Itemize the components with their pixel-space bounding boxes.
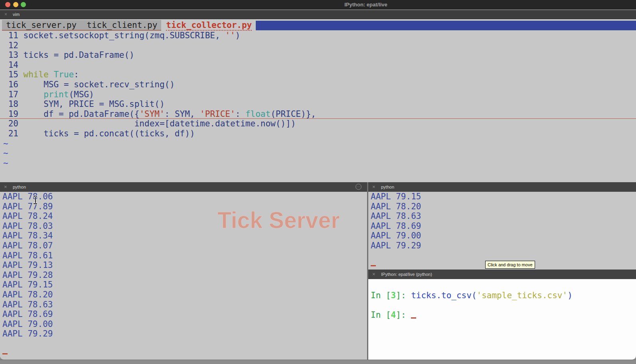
terminal-cursor [2, 353, 8, 354]
code-segment [24, 90, 44, 99]
right-top-pane-header[interactable]: × python [368, 182, 636, 192]
close-icon[interactable]: × [4, 12, 7, 17]
code-segment: 18 [3, 99, 24, 109]
tick-line: AAPL 79.00 [0, 319, 367, 329]
tick-line: AAPL 79.29 [0, 329, 367, 339]
ipython-pane-header[interactable]: × IPython: epat/live (python) [368, 270, 636, 279]
left-pane-header[interactable]: × python ··· [0, 182, 367, 192]
code-segment: ]: [396, 291, 411, 300]
vim-code-area[interactable]: 11 socket.setsockopt_string(zmq.SUBSCRIB… [0, 31, 636, 168]
tick-line: AAPL 78.20 [368, 202, 636, 212]
code-segment: ) [235, 31, 241, 40]
close-icon[interactable]: × [372, 271, 375, 277]
code-segment: 11 [3, 31, 24, 40]
tick-line: AAPL 78.20 [0, 290, 367, 300]
code-segment: 'SYM' [139, 109, 164, 119]
empty-line-tilde: ~ [0, 148, 636, 158]
drag-tooltip: Click and drag to move [485, 261, 535, 269]
code-segment: ticks = pd.DataFrame() [24, 50, 134, 60]
blank-line [0, 339, 367, 349]
ipython-console-pane[interactable]: In [3]: ticks.to_csv('sample_ticks.csv')… [368, 279, 636, 360]
close-icon[interactable]: × [4, 184, 7, 190]
code-segment [49, 70, 54, 79]
code-line: 21 ticks = pd.concat((ticks, df)) [0, 129, 636, 139]
code-line: 14 [0, 60, 636, 70]
ipython-line: In [3]: ticks.to_csv('sample_ticks.csv') [368, 291, 636, 301]
code-segment: 13 [3, 50, 24, 60]
code-segment: In [ [371, 291, 391, 300]
ipython-line [368, 281, 636, 291]
code-segment: 16 [3, 80, 24, 89]
code-segment: MSG = socket.recv_string() [24, 80, 175, 89]
window-title: IPython: epat/live [344, 2, 387, 8]
code-segment: index=[datetime.datetime.now()]) [24, 119, 296, 128]
code-segment: (MSG) [69, 90, 94, 99]
tick-line: AAPL 79.13 [0, 260, 367, 270]
code-segment: SYM, PRICE = MSG.split() [24, 99, 165, 109]
tick-line: AAPL 78.61 [0, 251, 367, 261]
code-segment: ) [567, 291, 573, 300]
zoom-window-button[interactable] [21, 2, 26, 7]
terminal-cursor-row [0, 349, 367, 359]
code-segment: while [24, 70, 49, 79]
vim-tab-tick_client-py[interactable]: tick_client.py [77, 20, 157, 30]
tick-line: AAPL 79.28 [0, 270, 367, 280]
code-line: 13 ticks = pd.DataFrame() [0, 50, 636, 60]
minimize-window-button[interactable] [13, 2, 18, 7]
code-segment: 15 [3, 70, 24, 79]
right-top-pane-title: python [381, 185, 394, 189]
code-segment: float [245, 109, 271, 119]
code-segment: 3 [391, 291, 396, 300]
tmux-tab-vim[interactable]: vim [13, 12, 20, 17]
code-segment: In [ [371, 310, 391, 320]
vim-editor-pane[interactable]: tick_server.py tick_client.py tick_colle… [0, 19, 636, 182]
pane-menu-icon[interactable]: ··· [356, 184, 361, 190]
empty-line-tilde: ~ [0, 139, 636, 149]
code-segment: ]: [396, 310, 411, 320]
terminal-cursor [371, 265, 376, 266]
code-segment: 17 [3, 90, 24, 99]
ipython-cursor [411, 317, 416, 319]
tick-line: AAPL 79.15 [0, 280, 367, 290]
tmux-tab-bar[interactable]: × vim [0, 10, 636, 19]
tick-server-watermark: Tick Server [217, 207, 340, 233]
title-bar[interactable]: IPython: epat/live [0, 0, 636, 10]
code-segment: 4 [391, 310, 396, 320]
tick-line: AAPL 78.07 [0, 241, 367, 251]
code-segment: True [53, 70, 74, 79]
code-segment: : SYM, [165, 109, 200, 119]
code-line: 20 index=[datetime.datetime.now()]) [0, 119, 636, 129]
tick-line: AAPL 79.15 [368, 192, 636, 202]
blank-line [368, 251, 636, 261]
vim-tab-tick_server-py[interactable]: tick_server.py [6, 20, 77, 30]
mouse-ibeam-cursor [33, 196, 38, 204]
tick-client-output-pane[interactable]: AAPL 79.15AAPL 78.20AAPL 78.63AAPL 78.69… [368, 192, 636, 270]
code-segment: 'PRICE' [200, 109, 235, 119]
tick-line: AAPL 79.29 [368, 241, 636, 251]
vim-tabline: tick_server.py tick_client.py tick_colle… [0, 20, 636, 31]
code-segment: 12 [3, 41, 24, 50]
close-icon[interactable]: × [372, 184, 375, 190]
code-line: 12 [0, 41, 636, 51]
vim-tab-tick_collector-py[interactable]: tick_collector.py [166, 20, 252, 31]
code-segment: 14 [3, 60, 24, 70]
code-segment: 21 [3, 129, 24, 138]
code-segment: ticks = pd.concat((ticks, df)) [24, 129, 195, 138]
left-pane-title: python [13, 185, 26, 189]
ipython-line: In [4]: [368, 310, 636, 320]
ipython-pane-title: IPython: epat/live (python) [381, 272, 432, 277]
tick-line: AAPL 78.63 [368, 211, 636, 221]
tick-line: AAPL 78.63 [0, 300, 367, 310]
code-segment: '' [225, 31, 235, 40]
close-window-button[interactable] [5, 2, 10, 7]
tick-line: AAPL 78.06 [0, 192, 367, 202]
desktop-strip [0, 360, 636, 364]
code-line: 18 SYM, PRICE = MSG.split() [0, 99, 636, 109]
code-segment: df = pd.DataFrame({ [24, 109, 140, 119]
code-line: 19 df = pd.DataFrame({'SYM': SYM, 'PRICE… [0, 109, 636, 119]
code-segment: 19 [3, 109, 24, 119]
code-segment: : [235, 109, 245, 119]
screen: IPython: epat/live × vim tick_server.py … [0, 0, 636, 364]
vim-inactive-tabs: tick_server.py tick_client.py [2, 20, 161, 31]
empty-line-tilde: ~ [0, 158, 636, 168]
